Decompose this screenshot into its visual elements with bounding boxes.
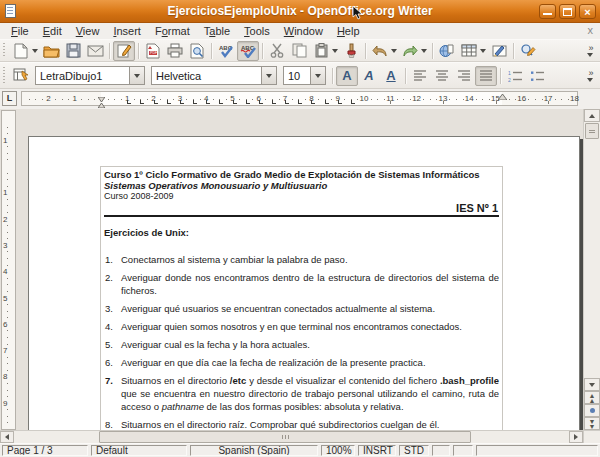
status-hyperlink-mode[interactable] [432,445,450,456]
vertical-ruler[interactable]: 1123456789 [0,109,18,430]
status-language[interactable]: Spanish (Spain) [190,445,318,456]
status-modified-flag[interactable] [453,445,473,456]
copy-button[interactable] [288,41,310,61]
toolbar-overflow-button[interactable]: » [584,43,598,59]
save-button[interactable] [62,41,84,61]
numbered-list-button[interactable]: 12 [504,66,526,86]
horizontal-scroll-track[interactable] [14,431,569,443]
hyperlink-button[interactable] [436,41,458,61]
scroll-right-button[interactable] [569,431,583,443]
font-size-combo[interactable]: 10 [283,66,326,85]
writer-window: EjerciciosEjemploUnix - OpenOffice.org W… [0,0,600,457]
scroll-up-button[interactable] [584,109,600,122]
status-page-style[interactable]: Default [91,445,187,456]
ruler-tick [449,99,450,100]
bullet-list-button[interactable] [526,66,548,86]
vertical-scroll-track[interactable] [584,140,600,378]
find-replace-button[interactable] [517,41,539,61]
export-pdf-button[interactable]: PDF [142,41,164,61]
menu-table[interactable]: Table [197,24,237,38]
redo-dropdown-icon[interactable] [421,49,427,53]
horizontal-ruler[interactable]: 21123456789101112131415161718 [21,91,578,106]
copy-icon [292,43,307,58]
toolbar-overflow-button[interactable]: » [584,68,598,84]
font-name-combo[interactable]: Helvetica [151,66,277,85]
maximize-button[interactable] [559,4,576,19]
align-right-button[interactable] [453,66,475,86]
font-size-dropdown[interactable] [310,67,325,84]
page-preview-button[interactable] [186,41,208,61]
menu-view[interactable]: View [69,24,107,38]
header-line-1: Curso 1º Ciclo Formativo de Grado Medio … [104,169,499,180]
format-paintbrush-button[interactable] [340,41,362,61]
vertical-scroll-thumb[interactable] [585,123,599,139]
menu-edit[interactable]: Edit [36,24,69,38]
ruler-tick [7,159,8,160]
previous-page-button[interactable]: ▲▲ [584,391,600,404]
undo-button[interactable] [369,41,391,61]
toolbar-grip[interactable] [1,43,8,58]
scroll-left-button[interactable] [0,431,14,443]
new-document-dropdown-icon[interactable] [32,49,38,53]
underline-button[interactable]: A [380,66,402,86]
menu-window[interactable]: Window [277,24,330,38]
next-page-button[interactable]: ▼▼ [584,417,600,430]
close-document-icon[interactable]: x [585,24,597,37]
navigation-button[interactable] [584,404,600,417]
status-page[interactable]: Page 1 / 3 [2,445,88,456]
paste-button[interactable] [310,41,332,61]
page[interactable]: Curso 1º Ciclo Formativo de Grado Medio … [28,136,580,430]
vertical-scrollbar[interactable]: ▲▲ ▼▼ [583,109,600,430]
toolbar-grip[interactable] [1,67,8,85]
document-canvas[interactable]: Curso 1º Ciclo Formativo de Grado Medio … [18,109,583,430]
list-item-number: 4. [105,320,113,333]
minimize-button[interactable] [539,4,556,19]
new-document-button[interactable] [10,41,32,61]
edit-file-button[interactable] [113,41,135,61]
menu-format[interactable]: Format [148,24,197,38]
status-insert-mode[interactable]: INSRT [358,445,396,456]
ruler-number: 2 [46,94,50,103]
menu-file[interactable]: File [4,24,36,38]
scroll-down-button[interactable] [584,378,600,391]
justified-button[interactable] [475,66,497,86]
menu-tools[interactable]: Tools [237,24,277,38]
undo-dropdown-icon[interactable] [391,49,397,53]
spellcheck-button[interactable]: ABC [215,41,237,61]
font-size-value[interactable]: 10 [284,70,310,82]
ruler-tick [555,99,556,100]
horizontal-scroll-thumb[interactable] [99,431,471,443]
open-button[interactable] [40,41,62,61]
default-tab-marker [390,101,391,104]
draw-functions-button[interactable] [488,41,510,61]
font-name-dropdown[interactable] [261,67,276,84]
tab-stop-marker [140,100,144,104]
menu-help[interactable]: Help [330,24,367,38]
insert-table-button[interactable] [458,41,480,61]
insert-table-dropdown-icon[interactable] [480,49,486,53]
ruler-tick [292,99,293,100]
redo-button[interactable] [399,41,421,61]
auto-spellcheck-button[interactable]: ABC [237,41,259,61]
tab-stop-marker [325,100,329,104]
bold-button[interactable]: A [336,66,358,86]
status-selection-mode[interactable]: STD [399,445,429,456]
styles-formatting-button[interactable] [10,66,32,86]
paragraph-style-value[interactable]: LetraDibujo1 [36,70,129,82]
print-button[interactable] [164,41,186,61]
tab-type-selector[interactable]: L [2,91,17,106]
align-center-button[interactable] [431,66,453,86]
font-name-value[interactable]: Helvetica [152,70,261,82]
close-button[interactable]: × [579,4,596,19]
italic-button[interactable]: A [358,66,380,86]
paste-dropdown-icon[interactable] [332,49,338,53]
document-text[interactable]: Curso 1º Ciclo Formativo de Grado Medio … [102,168,501,430]
send-email-button[interactable] [84,41,106,61]
status-zoom[interactable]: 100% [321,445,355,456]
align-left-button[interactable] [409,66,431,86]
paragraph-style-dropdown[interactable] [129,67,144,84]
menu-insert[interactable]: Insert [106,24,148,38]
cut-button[interactable] [266,41,288,61]
paragraph-style-combo[interactable]: LetraDibujo1 [35,66,145,85]
arrow-up-icon [589,114,595,118]
